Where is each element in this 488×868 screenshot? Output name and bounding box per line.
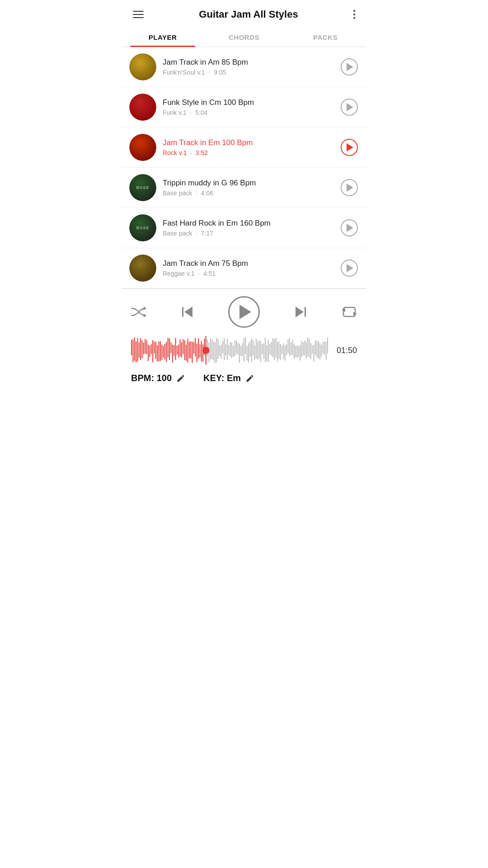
track-title: Trippin muddy in G 96 Bpm xyxy=(163,179,340,188)
app-title: Guitar Jam All Styles xyxy=(145,9,352,20)
player-section: 01:50 BPM: 100 KEY: Em xyxy=(122,288,366,392)
track-thumbnail xyxy=(129,94,156,121)
shuffle-button[interactable] xyxy=(131,306,146,318)
bpm-edit-button[interactable] xyxy=(176,374,185,383)
track-play-triangle xyxy=(347,224,353,232)
track-item[interactable]: Jam Track in Am 85 Bpm Funk'n'Soul v.1 ·… xyxy=(122,47,366,87)
track-play-triangle xyxy=(347,63,353,71)
play-pause-circle xyxy=(228,296,260,328)
menu-button[interactable] xyxy=(131,9,145,20)
header: Guitar Jam All Styles xyxy=(122,0,366,27)
track-subtitle: Rock v.1 · 3:52 xyxy=(163,149,340,156)
track-play-circle xyxy=(341,179,358,196)
next-button[interactable] xyxy=(296,307,306,317)
key-label: KEY: Em xyxy=(203,373,241,383)
next-icon xyxy=(296,307,306,317)
track-info: Jam Track in Em 100 Bpm Rock v.1 · 3:52 xyxy=(163,138,340,156)
track-play-button[interactable] xyxy=(340,218,359,237)
track-play-triangle xyxy=(347,264,353,272)
key-item: KEY: Em xyxy=(203,373,254,383)
tab-chords[interactable]: CHORDS xyxy=(203,27,285,47)
repeat-button[interactable] xyxy=(342,306,357,318)
key-edit-button[interactable] xyxy=(245,374,254,383)
track-play-circle xyxy=(341,139,358,156)
track-subtitle: Base pack · 7:17 xyxy=(163,230,340,237)
track-thumbnail: BASE xyxy=(129,214,156,241)
track-info: Trippin muddy in G 96 Bpm Base pack · 4:… xyxy=(163,179,340,197)
track-title: Jam Track in Em 100 Bpm xyxy=(163,138,340,147)
track-thumbnail xyxy=(129,255,156,282)
track-subtitle: Funk v.1 · 5:04 xyxy=(163,109,340,116)
more-options-button[interactable] xyxy=(352,8,357,21)
track-info: Jam Track in Am 85 Bpm Funk'n'Soul v.1 ·… xyxy=(163,58,340,76)
track-item[interactable]: BASE Fast Hard Rock in Em 160 Bpm Base p… xyxy=(122,208,366,248)
tab-packs[interactable]: PACKS xyxy=(285,27,366,47)
track-play-button[interactable] xyxy=(340,259,359,278)
play-icon xyxy=(239,305,251,319)
previous-button[interactable] xyxy=(182,307,192,317)
play-pause-button[interactable] xyxy=(228,296,260,328)
playback-controls xyxy=(131,296,357,328)
tab-bar: PLAYER CHORDS PACKS xyxy=(122,27,366,47)
track-play-circle xyxy=(341,58,358,75)
track-thumbnail xyxy=(129,53,156,80)
track-item[interactable]: Jam Track in Em 100 Bpm Rock v.1 · 3:52 xyxy=(122,127,366,168)
track-item[interactable]: Jam Track in Am 75 Bpm Reggae v.1 · 4:51 xyxy=(122,248,366,288)
track-title: Jam Track in Am 85 Bpm xyxy=(163,58,340,67)
track-play-circle xyxy=(341,219,358,236)
track-title: Funk Style in Cm 100 Bpm xyxy=(163,98,340,107)
track-play-button[interactable] xyxy=(340,57,359,76)
tab-player[interactable]: PLAYER xyxy=(122,27,203,47)
waveform[interactable] xyxy=(131,336,328,365)
time-display: 01:50 xyxy=(333,346,357,355)
track-play-triangle xyxy=(347,184,353,192)
track-title: Fast Hard Rock in Em 160 Bpm xyxy=(163,219,340,228)
track-thumbnail: BASE xyxy=(129,174,156,201)
track-subtitle: Base pack · 4:06 xyxy=(163,189,340,197)
track-title: Jam Track in Am 75 Bpm xyxy=(163,259,340,268)
track-thumbnail xyxy=(129,134,156,161)
track-play-circle xyxy=(341,259,358,277)
shuffle-icon xyxy=(131,306,146,318)
svg-marker-1 xyxy=(144,314,146,317)
track-play-circle xyxy=(341,99,358,116)
track-subtitle: Reggae v.1 · 4:51 xyxy=(163,270,340,277)
waveform-canvas xyxy=(131,336,328,365)
track-list: Jam Track in Am 85 Bpm Funk'n'Soul v.1 ·… xyxy=(122,47,366,288)
track-play-triangle xyxy=(347,103,353,111)
track-info: Fast Hard Rock in Em 160 Bpm Base pack ·… xyxy=(163,219,340,237)
prev-icon xyxy=(182,307,192,317)
track-subtitle: Funk'n'Soul v.1 · 9:05 xyxy=(163,69,340,76)
track-play-button[interactable] xyxy=(340,178,359,197)
track-play-triangle xyxy=(347,143,353,151)
bpm-label: BPM: 100 xyxy=(131,373,172,383)
svg-marker-0 xyxy=(144,307,146,310)
track-play-button[interactable] xyxy=(340,98,359,117)
bpm-item: BPM: 100 xyxy=(131,373,185,383)
repeat-icon xyxy=(342,306,357,318)
track-info: Jam Track in Am 75 Bpm Reggae v.1 · 4:51 xyxy=(163,259,340,277)
meta-row: BPM: 100 KEY: Em xyxy=(131,373,357,383)
track-info: Funk Style in Cm 100 Bpm Funk v.1 · 5:04 xyxy=(163,98,340,116)
waveform-container[interactable]: 01:50 xyxy=(131,336,357,365)
track-play-button[interactable] xyxy=(340,138,359,157)
track-item[interactable]: BASE Trippin muddy in G 96 Bpm Base pack… xyxy=(122,168,366,208)
track-item[interactable]: Funk Style in Cm 100 Bpm Funk v.1 · 5:04 xyxy=(122,87,366,127)
